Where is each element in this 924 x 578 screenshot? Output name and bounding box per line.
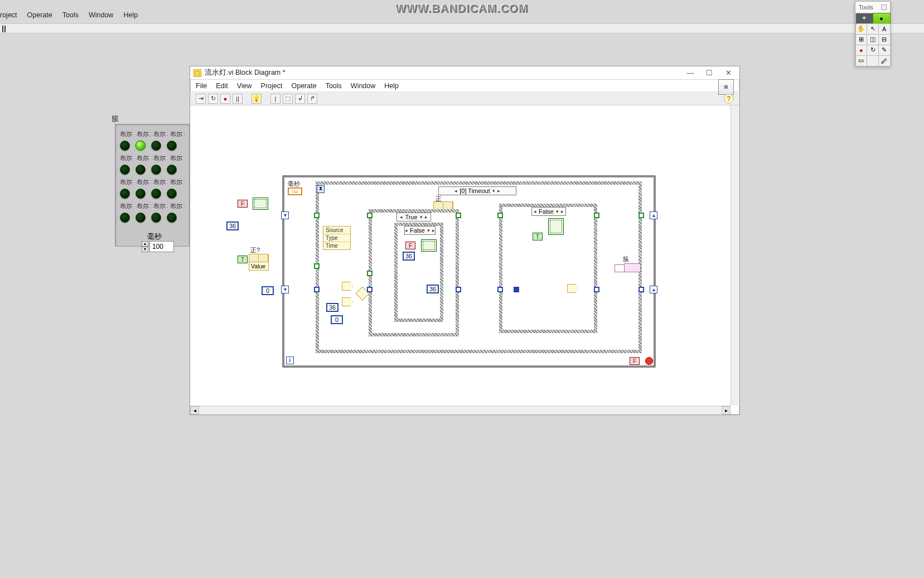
block-diagram-canvas[interactable]: ◂ [0] Timeout ▾ ▸ ⧗ 毫秒 I32 正? Value T F … — [190, 105, 739, 406]
menu-tools2[interactable]: Tools — [326, 82, 342, 90]
minimize-button[interactable]: — — [683, 68, 698, 78]
led-2-3[interactable] — [151, 165, 161, 175]
shift-register-left-bottom[interactable] — [281, 286, 289, 293]
cluster-indicator[interactable] — [624, 263, 641, 272]
menu-project2[interactable]: Project — [261, 82, 283, 90]
next-case-icon-4[interactable]: ▸ — [561, 209, 564, 214]
const-36-a[interactable]: 36 — [226, 221, 239, 230]
ms-input[interactable] — [149, 241, 174, 252]
prev-case-icon-4[interactable]: ◂ — [534, 209, 536, 214]
led-3-3[interactable] — [151, 189, 161, 199]
led-1-3[interactable] — [151, 141, 161, 151]
shift-register-left-top[interactable] — [281, 211, 289, 219]
operate-tool-icon[interactable]: ✋ — [855, 23, 868, 35]
led-3-2[interactable] — [136, 189, 146, 199]
led-4-4[interactable] — [167, 213, 177, 223]
window-titlebar[interactable]: 流水灯.vi Block Diagram * — ☐ ✕ — [190, 66, 739, 80]
ms-control[interactable]: ▲ ▼ — [142, 241, 174, 252]
prev-case-icon-3[interactable]: ◂ — [405, 228, 408, 233]
less-than-node[interactable] — [342, 297, 353, 306]
connector-pane-icon[interactable]: ▦ — [718, 79, 734, 95]
const-36-c[interactable]: 36 — [427, 285, 439, 293]
shift-register-right-top[interactable] — [650, 211, 657, 219]
horizontal-scrollbar[interactable]: ◂ ▸ — [190, 406, 731, 415]
led-3-4[interactable] — [167, 189, 177, 199]
bool-const-T1[interactable]: T — [238, 256, 248, 263]
step-over-button[interactable]: ↲ — [295, 94, 305, 104]
case-dropdown-icon-2[interactable]: ▾ — [420, 214, 423, 220]
scroll-right-icon[interactable]: ▸ — [722, 406, 731, 415]
menu-tools[interactable]: Tools — [62, 11, 79, 21]
const-36-d[interactable]: 36 — [326, 303, 338, 312]
breakpoint-tool-icon[interactable]: ● — [855, 45, 868, 56]
abort-button[interactable]: ● — [220, 94, 230, 104]
ms-decrement[interactable]: ▼ — [142, 247, 148, 252]
label-tool-icon[interactable]: A — [878, 23, 891, 35]
menu-window[interactable]: Window — [89, 11, 113, 21]
menu-project[interactable]: roject — [0, 11, 17, 21]
led-4-3[interactable] — [151, 213, 161, 223]
prev-case-icon[interactable]: ◂ — [454, 188, 457, 194]
pin-icon[interactable] — [881, 4, 887, 10]
step-out-button[interactable]: ↱ — [307, 94, 317, 104]
stop-terminal[interactable] — [645, 357, 653, 365]
menu-help[interactable]: Help — [123, 11, 138, 21]
ms-increment[interactable]: ▲ — [142, 241, 148, 247]
event-case-selector[interactable]: ◂ [0] Timeout ▾ ▸ — [438, 186, 516, 195]
paint-tool-icon[interactable]: 🖉 — [878, 55, 891, 66]
case-false-selector[interactable]: ◂ False ▾ ▸ — [531, 207, 566, 216]
const-0-a[interactable]: 0 — [262, 286, 274, 295]
eyedropper-tool-icon[interactable]: ✎ — [878, 45, 891, 56]
build-array-node-2[interactable] — [421, 239, 437, 252]
build-array-node-1[interactable] — [253, 198, 268, 210]
prev-case-icon-2[interactable]: ◂ — [400, 214, 403, 220]
run-button[interactable]: ⇥ — [196, 94, 206, 104]
menu-file[interactable]: File — [196, 82, 207, 90]
maximize-button[interactable]: ☐ — [702, 68, 717, 78]
context-help-button[interactable]: ? — [724, 94, 734, 104]
auto-tool-icon[interactable]: ✦ — [855, 13, 873, 24]
next-case-icon[interactable]: ▸ — [497, 188, 500, 194]
led-4-1[interactable] — [120, 213, 130, 223]
menu-operate[interactable]: Operate — [27, 11, 52, 21]
led-2-4[interactable] — [167, 165, 177, 175]
ms-terminal[interactable]: I32 — [288, 187, 302, 195]
led-2-1[interactable] — [120, 165, 130, 175]
shift-register-right-bottom[interactable] — [650, 286, 657, 293]
menu-edit[interactable]: Edit — [216, 82, 228, 90]
highlight-tool-icon[interactable]: ● — [873, 13, 891, 24]
replace-array-node[interactable] — [548, 218, 564, 235]
block-diagram-window[interactable]: 流水灯.vi Block Diagram * — ☐ ✕ File Edit V… — [190, 66, 740, 415]
case-structure-inner-false[interactable] — [394, 223, 443, 322]
menu-operate2[interactable]: Operate — [291, 82, 316, 90]
scroll-left-icon[interactable]: ◂ — [190, 406, 199, 415]
color-tool-icon[interactable]: ▭ — [855, 55, 868, 66]
run-continuous-button[interactable]: ↻ — [208, 94, 218, 104]
property-node-zheng[interactable]: Value — [249, 254, 269, 271]
led-1-4[interactable] — [167, 141, 177, 151]
tools-palette[interactable]: Tools ✦ ● ✋ ↖ A ⊞ ◫ ⊟ ● ↻ ✎ ▭ 🖉 — [855, 1, 891, 66]
case-dropdown-icon-4[interactable]: ▾ — [556, 209, 559, 214]
bool-const-F1[interactable]: F — [238, 200, 248, 208]
vertical-scrollbar[interactable] — [731, 105, 739, 406]
menu-view[interactable]: View — [237, 82, 252, 90]
const-0-b[interactable]: 0 — [331, 315, 343, 324]
const-36-b[interactable]: 36 — [403, 252, 415, 261]
led-4-2[interactable] — [136, 213, 146, 223]
led-1-1[interactable] — [120, 141, 130, 151]
bool-const-F2[interactable]: F — [405, 242, 415, 249]
step-into-button[interactable]: ⬚ — [283, 94, 293, 104]
unbundle-by-name[interactable]: Source Type Time — [323, 226, 351, 250]
menu-window2[interactable]: Window — [351, 82, 375, 90]
wiring-tool-icon[interactable]: ⊞ — [855, 34, 868, 45]
greater-than-node[interactable] — [342, 282, 353, 291]
case-dropdown-icon-3[interactable]: ▾ — [427, 228, 430, 233]
case-dropdown-icon[interactable]: ▾ — [492, 188, 495, 194]
probe-tool-icon[interactable]: ↻ — [867, 45, 879, 56]
bool-const-F3[interactable]: F — [630, 357, 640, 365]
next-case-icon-2[interactable]: ▸ — [425, 214, 428, 220]
pause-icon[interactable] — [1, 25, 7, 33]
decrement-node[interactable] — [567, 284, 578, 293]
case-true-selector[interactable]: ◂ True ▾ ▸ — [396, 213, 431, 221]
next-case-icon-3[interactable]: ▸ — [432, 228, 435, 233]
